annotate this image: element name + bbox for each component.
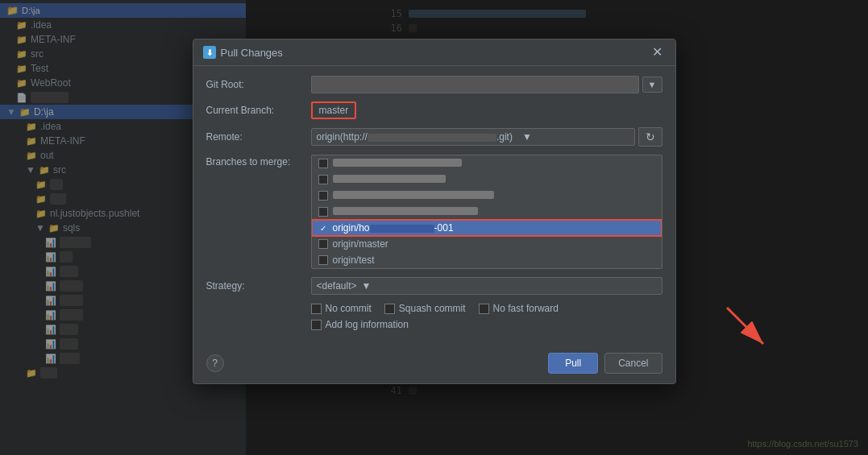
git-root-label: Git Root: bbox=[206, 79, 311, 90]
strategy-dropdown[interactable]: <default> ▼ bbox=[311, 277, 662, 295]
strategy-value: <default> bbox=[317, 280, 357, 292]
add-log-info-checkbox[interactable] bbox=[311, 320, 322, 330]
branch-checkbox[interactable] bbox=[318, 239, 328, 249]
branch-item[interactable]: origin/master bbox=[312, 236, 662, 252]
remote-dropdown-icon: ▼ bbox=[517, 129, 535, 145]
strategy-control: <default> ▼ bbox=[311, 277, 662, 295]
git-root-input[interactable] bbox=[311, 76, 639, 93]
no-commit-checkbox[interactable] bbox=[311, 304, 322, 314]
branch-text bbox=[333, 174, 446, 185]
branch-checkbox[interactable] bbox=[318, 159, 328, 168]
branch-text-selected: origin/ho-001 bbox=[333, 222, 454, 234]
pull-changes-dialog: ⬇ Pull Changes ✕ Git Root: ▼ Current Bra… bbox=[193, 39, 676, 384]
no-fast-forward-label: No fast forward bbox=[493, 303, 559, 314]
current-branch-label: Current Branch: bbox=[206, 105, 311, 116]
dialog-title: Pull Changes bbox=[221, 47, 283, 59]
squash-commit-label: Squash commit bbox=[399, 303, 466, 314]
pull-button[interactable]: Pull bbox=[548, 353, 598, 374]
title-left: ⬇ Pull Changes bbox=[203, 46, 283, 59]
branch-text bbox=[333, 206, 478, 217]
remote-value: origin(http://.git) bbox=[312, 129, 517, 145]
svg-line-1 bbox=[727, 308, 763, 344]
branch-badge: master bbox=[311, 101, 357, 119]
branch-item[interactable] bbox=[312, 204, 662, 220]
option-squash-commit: Squash commit bbox=[384, 303, 466, 314]
options-area: No commit Squash commit No fast forward bbox=[206, 303, 662, 330]
branch-item-selected[interactable]: ✓ origin/ho-001 bbox=[312, 220, 662, 236]
current-branch-row: Current Branch: master bbox=[206, 101, 662, 119]
branch-item[interactable] bbox=[312, 172, 662, 188]
branches-label: Branches to merge: bbox=[206, 155, 311, 168]
branch-text: origin/test bbox=[333, 254, 375, 266]
refresh-button[interactable]: ↻ bbox=[638, 127, 662, 147]
branch-text bbox=[333, 190, 494, 201]
git-root-row: Git Root: ▼ bbox=[206, 76, 662, 93]
dialog-icon: ⬇ bbox=[203, 46, 216, 59]
branch-text: origin/master bbox=[333, 238, 388, 250]
branch-checkbox[interactable] bbox=[318, 255, 328, 265]
close-button[interactable]: ✕ bbox=[649, 46, 666, 59]
footer-buttons: Pull Cancel bbox=[548, 353, 662, 374]
branch-item[interactable]: origin/test bbox=[312, 252, 662, 268]
remote-control: origin(http://.git) ▼ ↻ bbox=[311, 127, 662, 147]
modal-overlay: ⬇ Pull Changes ✕ Git Root: ▼ Current Bra… bbox=[0, 0, 868, 455]
strategy-label: Strategy: bbox=[206, 280, 311, 292]
branches-list[interactable]: ✓ origin/ho-001 origin/master origin/tes… bbox=[311, 155, 662, 269]
option-no-fast-forward: No fast forward bbox=[479, 303, 559, 314]
branch-item[interactable] bbox=[312, 188, 662, 204]
squash-commit-checkbox[interactable] bbox=[384, 304, 395, 314]
strategy-row: Strategy: <default> ▼ bbox=[206, 277, 662, 295]
git-root-control: ▼ bbox=[311, 76, 662, 93]
arrow-annotation bbox=[719, 304, 775, 354]
branch-checkbox[interactable] bbox=[318, 207, 328, 217]
no-fast-forward-checkbox[interactable] bbox=[479, 304, 489, 314]
branch-checkbox[interactable] bbox=[318, 191, 328, 201]
branch-text bbox=[333, 158, 462, 169]
branch-checkbox-checked[interactable]: ✓ bbox=[318, 223, 328, 233]
strategy-dropdown-arrow: ▼ bbox=[362, 280, 372, 292]
current-branch-control: master bbox=[311, 101, 662, 119]
red-arrow-svg bbox=[719, 304, 775, 352]
remote-label: Remote: bbox=[206, 131, 311, 143]
options-grid: No commit Squash commit No fast forward bbox=[311, 303, 662, 330]
no-commit-label: No commit bbox=[326, 303, 372, 314]
cancel-button[interactable]: Cancel bbox=[604, 353, 662, 374]
option-no-commit: No commit bbox=[311, 303, 372, 314]
remote-input: origin(http://.git) ▼ bbox=[311, 128, 635, 146]
add-log-info-label: Add log information bbox=[326, 319, 409, 330]
branch-checkbox[interactable] bbox=[318, 175, 328, 184]
dialog-titlebar: ⬇ Pull Changes ✕ bbox=[193, 39, 675, 66]
remote-row: Remote: origin(http://.git) ▼ ↻ bbox=[206, 127, 662, 147]
branch-item[interactable] bbox=[312, 155, 662, 172]
git-root-dropdown-button[interactable]: ▼ bbox=[642, 77, 662, 93]
dialog-footer: ? Pull Cancel bbox=[193, 346, 675, 383]
help-button[interactable]: ? bbox=[206, 354, 224, 372]
option-add-log-info: Add log information bbox=[311, 319, 409, 330]
dialog-body: Git Root: ▼ Current Branch: master Remot… bbox=[193, 66, 675, 346]
branches-container: Branches to merge: bbox=[206, 155, 662, 269]
